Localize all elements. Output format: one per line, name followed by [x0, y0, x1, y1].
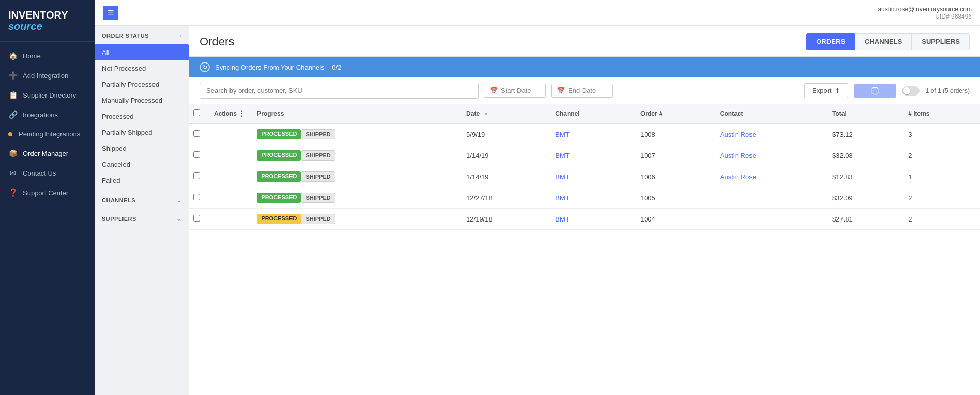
- filter-all[interactable]: All: [95, 44, 189, 60]
- filter-canceled[interactable]: Canceled: [95, 156, 189, 172]
- sidebar-item-order-manager[interactable]: 📦 Order Manager: [0, 144, 95, 163]
- processed-badge: PROCESSED: [257, 150, 301, 161]
- shipped-badge: SHIPPED: [301, 214, 335, 224]
- export-button[interactable]: Export ⬆: [804, 83, 848, 98]
- row-checkbox[interactable]: [193, 172, 200, 179]
- topbar-left: ☰: [103, 6, 118, 20]
- sidebar-item-support-center[interactable]: ❓ Support Center: [0, 183, 95, 202]
- hamburger-button[interactable]: ☰: [103, 6, 118, 20]
- select-all-checkbox[interactable]: [193, 109, 200, 116]
- toggle-knob: [903, 87, 910, 94]
- date-cell: 1/14/19: [460, 145, 549, 166]
- plus-icon: ➕: [8, 71, 18, 80]
- sync-icon: ↻: [200, 62, 210, 72]
- tab-orders[interactable]: ORDERS: [806, 33, 855, 50]
- actions-cell: [208, 209, 251, 230]
- filter-shipped[interactable]: Shipped: [95, 140, 189, 156]
- shipped-badge: SHIPPED: [301, 171, 335, 182]
- loading-indicator: [854, 84, 896, 98]
- channels-chevron-icon: ⌄: [176, 197, 182, 204]
- user-email: austin.rose@inventorysource.com: [878, 6, 972, 13]
- progress-header: Progress: [251, 104, 460, 123]
- orders-table-container: Actions ⋮ Progress Date ▼ Channel Order …: [189, 104, 980, 395]
- pending-dot-icon: [8, 132, 12, 136]
- sidebar-item-supplier-directory[interactable]: 📋 Supplier Directory: [0, 85, 95, 105]
- sidebar-item-pending-integrations[interactable]: Pending Integrations: [0, 124, 95, 144]
- filter-processed[interactable]: Processed: [95, 108, 189, 124]
- contact-link[interactable]: Austin Rose: [720, 152, 756, 160]
- order-number-cell: 1005: [634, 187, 714, 209]
- order-number-cell: 1008: [634, 123, 714, 145]
- orders-title-row: Orders ORDERS CHANNELS SUPPLIERS: [200, 33, 970, 50]
- calendar-icon: 📅: [557, 87, 565, 94]
- contact-icon: ✉: [8, 169, 18, 177]
- channel-cell: BMT: [549, 166, 634, 187]
- date-cell: 12/19/18: [460, 209, 549, 230]
- row-checkbox[interactable]: [193, 215, 200, 222]
- actions-cell: [208, 145, 251, 166]
- sidebar-item-home[interactable]: 🏠 Home: [0, 46, 95, 66]
- row-checkbox-cell: [189, 145, 208, 166]
- calendar-icon: 📅: [489, 87, 498, 94]
- processed-badge: PROCESSED: [257, 214, 301, 224]
- channel-header: Channel: [549, 104, 634, 123]
- order-number-cell: 1007: [634, 145, 714, 166]
- table-row: PROCESSED SHIPPED 5/9/19 BMT 1008 Austin…: [189, 123, 980, 145]
- tab-suppliers[interactable]: SUPPLIERS: [912, 33, 970, 50]
- channel-link[interactable]: BMT: [555, 173, 569, 181]
- filter-not-processed[interactable]: Not Processed: [95, 60, 189, 76]
- search-input[interactable]: [200, 83, 479, 99]
- contact-header: Contact: [714, 104, 826, 123]
- contact-cell: Austin Rose: [714, 123, 826, 145]
- sidebar-item-contact-us[interactable]: ✉ Contact Us: [0, 163, 95, 183]
- suppliers-chevron-icon: ⌄: [176, 215, 182, 223]
- sidebar-item-integrations[interactable]: 🔗 Integrations: [0, 105, 95, 124]
- channel-link[interactable]: BMT: [555, 131, 569, 138]
- toggle[interactable]: [902, 86, 920, 96]
- sync-text: Syncing Orders From Your Channels – 0/2: [215, 64, 341, 71]
- filter-failed[interactable]: Failed: [95, 172, 189, 188]
- suppliers-section-header: SUPPLIERS ⌄: [95, 210, 189, 226]
- progress-cell: PROCESSED SHIPPED: [251, 209, 460, 230]
- logo: INVENTORY source: [0, 0, 95, 42]
- items-header: # Items: [902, 104, 980, 123]
- end-date-input[interactable]: 📅 End Date: [551, 84, 613, 98]
- start-date-input[interactable]: 📅 Start Date: [484, 84, 546, 98]
- contact-link[interactable]: Austin Rose: [720, 131, 756, 138]
- hamburger-icon: ☰: [108, 9, 114, 17]
- items-cell: 3: [902, 123, 980, 145]
- filter-manually-processed[interactable]: Manually Processed: [95, 92, 189, 108]
- channel-cell: BMT: [549, 145, 634, 166]
- contact-link[interactable]: Austin Rose: [720, 173, 756, 181]
- sidebar: INVENTORY source 🏠 Home ➕ Add Integratio…: [0, 0, 95, 395]
- filter-partially-processed[interactable]: Partially Processed: [95, 76, 189, 92]
- channel-link[interactable]: BMT: [555, 194, 569, 202]
- toggle-switch: [902, 86, 920, 96]
- total-cell: $32.09: [826, 187, 902, 209]
- progress-cell: PROCESSED SHIPPED: [251, 166, 460, 187]
- filter-partially-shipped[interactable]: Partially Shipped: [95, 124, 189, 140]
- order-status-label: ORDER STATUS: [102, 33, 149, 39]
- row-checkbox[interactable]: [193, 130, 200, 137]
- date-cell: 5/9/19: [460, 123, 549, 145]
- row-checkbox[interactable]: [193, 194, 200, 200]
- row-checkbox[interactable]: [193, 151, 200, 158]
- sidebar-item-add-integration[interactable]: ➕ Add Integration: [0, 66, 95, 85]
- progress-cell: PROCESSED SHIPPED: [251, 123, 460, 145]
- row-checkbox-cell: [189, 123, 208, 145]
- search-box: [200, 83, 479, 99]
- channel-cell: BMT: [549, 123, 634, 145]
- sidebar-item-label: Contact Us: [23, 169, 56, 177]
- total-cell: $73.12: [826, 123, 902, 145]
- actions-cell: [208, 123, 251, 145]
- export-icon: ⬆: [835, 87, 840, 94]
- channel-link[interactable]: BMT: [555, 215, 569, 223]
- order-number-cell: 1004: [634, 209, 714, 230]
- page-title: Orders: [200, 35, 234, 49]
- actions-menu-icon[interactable]: ⋮: [238, 110, 244, 117]
- date-header[interactable]: Date ▼: [460, 104, 549, 123]
- tab-channels[interactable]: CHANNELS: [855, 33, 912, 50]
- table-row: PROCESSED SHIPPED 12/19/18 BMT 1004 $27.…: [189, 209, 980, 230]
- channel-link[interactable]: BMT: [555, 152, 569, 160]
- page-area: ORDER STATUS › All Not Processed Partial…: [95, 26, 980, 395]
